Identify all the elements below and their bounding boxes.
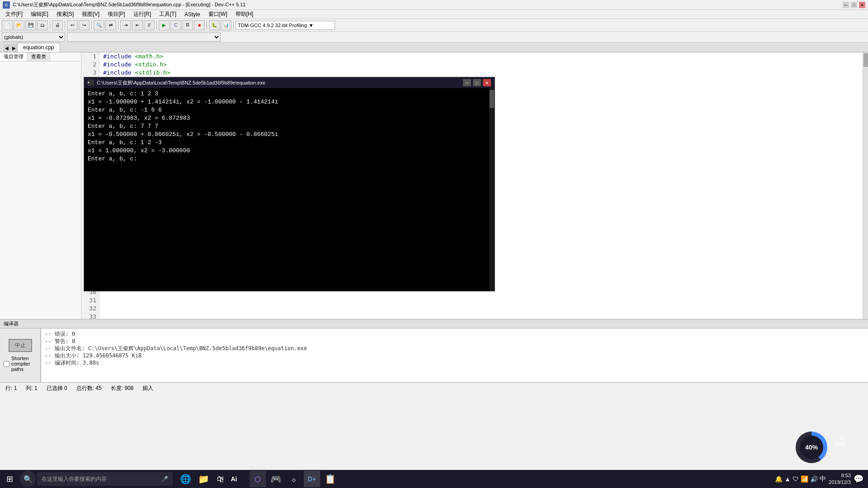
taskbar-right: 🔔 ▲ 🛡 📶 🔊 中 8:53 2019/12/3 💬 (775, 472, 868, 486)
maximize-button[interactable]: □ (851, 2, 857, 8)
notifications-icon[interactable]: 🔔 (775, 475, 783, 483)
minimize-button[interactable]: ─ (843, 2, 849, 8)
compile-button[interactable]: C (170, 20, 181, 30)
shorten-paths-row: Shorten compiler paths (4, 356, 37, 372)
terminal-output-line: Enter a, b, c: 1 2 3 (88, 90, 486, 98)
debug-button[interactable]: 🐛 (209, 20, 220, 30)
datetime-display[interactable]: 8:53 2019/12/3 (829, 472, 851, 486)
taskbar-icon-vs[interactable]: ⬡ (250, 471, 266, 487)
status-row: 行: 1 (5, 385, 17, 392)
tray-arrow-icon[interactable]: ▲ (784, 475, 791, 483)
chart-button[interactable]: 📊 (221, 20, 231, 30)
new-file-button[interactable]: 📄 (2, 20, 13, 30)
bottom-panel-header: 编译器 (0, 319, 868, 328)
taskbar-icon-arrow[interactable]: ⬦ (286, 471, 302, 487)
stop-button[interactable]: ■ (194, 20, 205, 30)
menu-view[interactable]: 视图[V] (78, 9, 103, 19)
toolbar-separator-6 (207, 21, 207, 30)
menu-window[interactable]: 窗口[W] (205, 9, 231, 19)
stop-compile-button[interactable]: 中止 (9, 339, 32, 352)
tab-right-arrow[interactable]: ▶ (11, 44, 17, 52)
close-button[interactable]: ✕ (859, 2, 865, 8)
terminal-minimize-button[interactable]: ─ (463, 79, 471, 86)
terminal-output-line: x1 = -1.000000 + 1.414214i, x2 = -1.0000… (88, 98, 486, 106)
save-all-button[interactable]: 🗂 (37, 20, 48, 30)
taskbar-icon-ie[interactable]: 🌐 (177, 471, 193, 487)
main-scrollbar[interactable] (863, 52, 868, 319)
menu-help[interactable]: 帮助[H] (232, 9, 257, 19)
panel-tab-project[interactable]: 项目管理 (0, 52, 28, 61)
status-total-lines: 总行数: 45 (76, 385, 102, 392)
clock-time: 8:53 (829, 472, 851, 479)
scroll-thumb[interactable] (863, 53, 868, 67)
mic-icon[interactable]: 🎤 (161, 476, 168, 482)
tab-left-arrow[interactable]: ◀ (4, 44, 10, 52)
open-file-button[interactable]: 📂 (14, 20, 24, 30)
menu-project[interactable]: 项目[P] (104, 9, 129, 19)
title-bar: D C:\Users\王俊辉\AppData\Local\Temp\BNZ.5d… (0, 0, 868, 10)
gauge-widget: 40% 0% 0 K/s (796, 432, 832, 468)
status-selected: 已选择 0 (47, 385, 67, 392)
taskbar-icon-devcpp[interactable]: D+ (304, 471, 320, 487)
terminal-output-line: Enter a, b, c: (88, 155, 486, 163)
gauge-percent: 40% (800, 436, 823, 459)
compile-run-button[interactable]: ▶ (159, 20, 170, 30)
shorten-paths-label: Shorten compiler paths (11, 356, 37, 372)
terminal-scrollbar[interactable] (489, 88, 495, 291)
start-button[interactable]: ⊞ (0, 470, 19, 488)
gauge-circle: 40% (796, 432, 827, 463)
globals-dropdown[interactable]: (globals) (2, 33, 65, 42)
terminal-output-line: Enter a, b, c: 1 2 -3 (88, 139, 486, 147)
find-button[interactable]: 🔍 (94, 20, 104, 30)
taskbar-search-input[interactable]: 在这里输入你要搜索的内容 🎤 (37, 472, 173, 486)
redo-button[interactable]: ↪ (79, 20, 90, 30)
replace-button[interactable]: ⇄ (105, 20, 116, 30)
system-tray-icons: 🔔 ▲ 🛡 📶 🔊 中 (775, 475, 826, 483)
unindent-button[interactable]: ⇤ (132, 20, 143, 30)
menu-run[interactable]: 运行[R] (130, 9, 155, 19)
menu-edit[interactable]: 编辑[E] (27, 9, 52, 19)
network-icon[interactable]: 📶 (801, 475, 808, 483)
run-button[interactable]: R (182, 20, 193, 30)
ai-label[interactable]: Ai (223, 470, 245, 488)
menu-file[interactable]: 文件[F] (2, 9, 26, 19)
compile-output-line: -- 错误: 0 (45, 330, 864, 338)
indent-button[interactable]: ⇥ (120, 20, 131, 30)
menu-astyle[interactable]: AStyle (181, 10, 204, 19)
menu-tools[interactable]: 工具[T] (156, 9, 180, 19)
search-icon-button[interactable]: 🔍 (20, 471, 36, 487)
taskbar-icon-game[interactable]: 🎮 (268, 471, 284, 487)
toggle-comment[interactable]: // (144, 20, 155, 30)
terminal-close-button[interactable]: ✕ (483, 79, 491, 86)
print-button[interactable]: 🖨 (52, 20, 63, 30)
undo-button[interactable]: ↩ (67, 20, 78, 30)
taskbar-icon-explorer[interactable]: 📁 (195, 471, 212, 487)
window-title: C:\Users\王俊辉\AppData\Local\Temp\BNZ.5de5… (13, 1, 245, 8)
terminal-icon: ▪ (88, 80, 94, 86)
terminal-output[interactable]: Enter a, b, c: 1 2 3x1 = -1.000000 + 1.4… (84, 88, 489, 291)
terminal-output-line: x1 = -0.872983, x2 = 6.872983 (88, 114, 486, 122)
volume-icon[interactable]: 🔊 (810, 475, 818, 483)
panel-tab-classes[interactable]: 查看类 (28, 52, 50, 61)
panel-tabs: 项目管理 查看类 (0, 52, 81, 61)
menu-search[interactable]: 搜索[S] (53, 9, 78, 19)
taskbar: ⊞ 🔍 在这里输入你要搜索的内容 🎤 🌐 📁 🛍 ✉ ⬡ 🎮 ⬦ D+ 📋 🔔 … (0, 470, 868, 488)
taskbar-icon-taskman[interactable]: 📋 (322, 471, 338, 487)
toolbar-separator-4 (118, 21, 118, 30)
action-center-icon[interactable]: 💬 (854, 474, 863, 484)
compile-output-line: -- 输出文件名: C:\Users\王俊辉\AppData\Local\Tem… (45, 345, 864, 352)
tab-bar: ◀ ▶ equation.cpp (0, 42, 868, 52)
compile-output-line: -- 警告: 0 (45, 338, 864, 345)
left-panel: 项目管理 查看类 (0, 52, 81, 319)
shorten-paths-checkbox[interactable] (4, 361, 9, 367)
compiler-dropdown[interactable]: TDM-GCC 4.9.2 32-bit Profiling ▼ (236, 21, 335, 30)
antivirus-icon[interactable]: 🛡 (793, 475, 799, 483)
terminal-scroll-thumb[interactable] (490, 90, 494, 108)
save-file-button[interactable]: 💾 (25, 20, 36, 30)
tab-equation-cpp[interactable]: equation.cpp (17, 43, 60, 52)
ime-icon[interactable]: 中 (820, 475, 826, 483)
function-dropdown[interactable] (67, 33, 221, 42)
terminal-maximize-button[interactable]: □ (473, 79, 481, 86)
toolbar-separator-7 (233, 21, 234, 30)
code-line-2: #include <stdio.h> (103, 61, 859, 69)
